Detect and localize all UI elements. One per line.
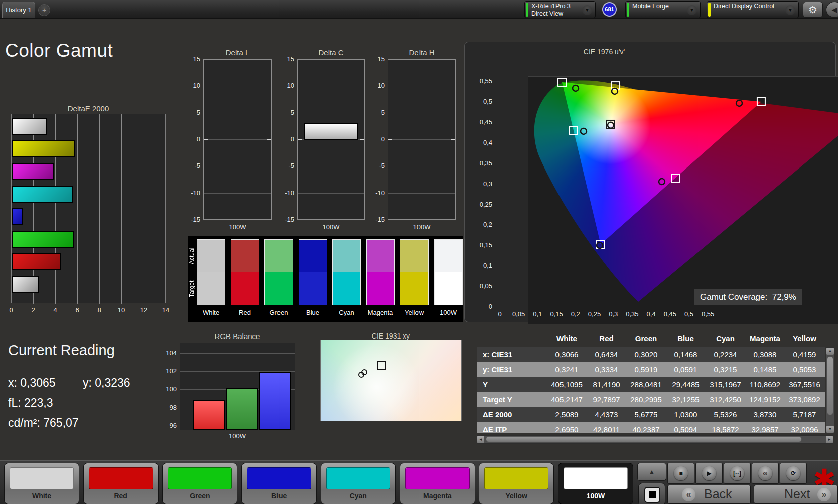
window-pattern-icon bbox=[644, 487, 660, 503]
pattern-window-button[interactable] bbox=[638, 483, 665, 504]
pattern-chip bbox=[326, 467, 390, 489]
pattern-up-button[interactable]: ▲ bbox=[637, 463, 666, 481]
hscroll-thumb[interactable] bbox=[486, 436, 802, 442]
loop-button[interactable]: ∞ bbox=[752, 463, 779, 484]
table-cell: 0,3020 bbox=[626, 347, 666, 362]
pattern-button-magenta[interactable]: Magenta bbox=[400, 463, 475, 504]
swatch-label: White bbox=[194, 309, 228, 316]
target-marker-white bbox=[377, 361, 386, 370]
vscroll-thumb[interactable] bbox=[827, 356, 833, 415]
table-cell: 1,0300 bbox=[666, 407, 706, 422]
gridline bbox=[99, 114, 100, 304]
chevron-down-icon: ▼ bbox=[785, 5, 795, 15]
add-tab-button[interactable]: + bbox=[38, 4, 50, 16]
pattern-button-100w[interactable]: 100W bbox=[558, 463, 633, 504]
cie1931-diagram bbox=[320, 340, 462, 421]
pattern-size-button[interactable]: [··] bbox=[724, 463, 751, 484]
meter-name: X-Rite i1Pro 3 bbox=[531, 3, 571, 10]
current-reading-cdm2: cd/m²: 765,07 bbox=[8, 416, 79, 430]
collapse-panel-button[interactable]: ◀ bbox=[826, 2, 838, 18]
table-header-white: White bbox=[547, 330, 587, 345]
table-cell: 367,5516 bbox=[785, 377, 824, 392]
table-header-row: WhiteRedGreenBlueCyanMagentaYellow bbox=[477, 330, 825, 347]
meter-dropdown[interactable]: X-Rite i1Pro 3 Direct View ▼ bbox=[524, 1, 596, 18]
back-arrows-icon: « bbox=[682, 488, 695, 501]
table-cell: 2,6950 bbox=[547, 422, 587, 433]
table-cell: 3,8730 bbox=[745, 407, 785, 422]
next-button[interactable]: Next » bbox=[754, 485, 838, 504]
refresh-button[interactable]: ⟳ bbox=[780, 463, 807, 484]
measured-marker-magenta bbox=[659, 179, 665, 185]
gridline bbox=[144, 114, 144, 304]
cie1976-diagram: Gamut Coverage: 72,9% bbox=[528, 76, 838, 324]
table-horizontal-scrollbar[interactable]: ◄► bbox=[477, 435, 833, 444]
pattern-button-white[interactable]: White bbox=[4, 463, 79, 504]
target-marker-magenta bbox=[671, 174, 679, 182]
stop-button[interactable]: ■ bbox=[667, 463, 694, 484]
cie1976-ytick: 0,3 bbox=[470, 180, 492, 188]
settings-button[interactable]: ⚙ bbox=[803, 2, 823, 18]
table-header-red: Red bbox=[587, 330, 626, 345]
table-cell: 2,5089 bbox=[547, 407, 587, 422]
pattern-button-label: Green bbox=[163, 492, 237, 500]
zero-tick bbox=[360, 139, 364, 140]
zero-tick bbox=[204, 139, 208, 140]
actual-swatch bbox=[333, 240, 360, 272]
deltae-xtick: 0 bbox=[4, 306, 18, 314]
current-reading-x: x: 0,3065 bbox=[8, 376, 56, 390]
table-vertical-scrollbar[interactable]: ▲▼ bbox=[826, 347, 834, 433]
delta-chart-title: Delta L bbox=[203, 48, 272, 57]
chevron-left-icon: ◀ bbox=[832, 6, 837, 14]
rgb-ytick: 100 bbox=[160, 385, 177, 393]
delta-ytick: 5 bbox=[370, 109, 385, 116]
pattern-button-blue[interactable]: Blue bbox=[241, 463, 317, 504]
table-cell: 312,4250 bbox=[706, 392, 745, 407]
scroll-up-arrow-icon[interactable]: ▲ bbox=[826, 348, 834, 355]
table-cell: 0,0591 bbox=[666, 362, 706, 377]
table-cell: 5,6775 bbox=[626, 407, 666, 422]
cie1976-ytick: 0,35 bbox=[470, 159, 492, 167]
play-button[interactable]: ▶ bbox=[695, 463, 723, 484]
gridline bbox=[298, 86, 364, 86]
table-cell: 32,1255 bbox=[666, 392, 706, 407]
deltae-xtick: 14 bbox=[159, 306, 173, 314]
delta-xlabel: 100W bbox=[297, 223, 365, 231]
deltae-bar-white bbox=[12, 276, 39, 293]
scroll-right-arrow-icon[interactable]: ► bbox=[826, 436, 833, 443]
pattern-chip bbox=[484, 467, 548, 489]
gridline bbox=[204, 139, 271, 140]
pattern-button-green[interactable]: Green bbox=[162, 463, 237, 504]
display-control-dropdown[interactable]: Direct Display Control ▼ bbox=[707, 1, 799, 18]
target-row-label: Target bbox=[188, 274, 196, 304]
rgb-ytick: 96 bbox=[160, 422, 177, 429]
deltae-xtick: 12 bbox=[136, 306, 151, 314]
table-row: ΔE 20002,50894,43735,67751,03005,53263,8… bbox=[477, 407, 825, 422]
table-cell: 0,5053 bbox=[785, 362, 824, 377]
scroll-down-arrow-icon[interactable]: ▼ bbox=[826, 426, 834, 433]
scroll-left-arrow-icon[interactable]: ◄ bbox=[477, 436, 484, 443]
table-cell: 124,9152 bbox=[745, 392, 785, 407]
rgb-ytick: 104 bbox=[160, 349, 177, 357]
table-cell: 0,5094 bbox=[666, 422, 706, 433]
rgb-balance-plot bbox=[180, 343, 295, 430]
pattern-button-cyan[interactable]: Cyan bbox=[321, 463, 396, 504]
table-cell: 42,8011 bbox=[587, 422, 626, 433]
actual-row-label: Actual bbox=[188, 241, 196, 271]
rgb-ytick: 98 bbox=[160, 404, 177, 411]
zero-tick bbox=[267, 139, 271, 140]
display-status-stripe bbox=[708, 3, 711, 17]
zero-tick bbox=[451, 139, 455, 140]
cie1976-ytick: 0,55 bbox=[470, 77, 492, 85]
cie1976-ytick: 0 bbox=[470, 303, 492, 310]
pattern-button-label: Red bbox=[84, 492, 158, 500]
cie1931-title: CIE 1931 xy bbox=[320, 332, 462, 340]
current-reading-title: Current Reading bbox=[8, 342, 115, 359]
pattern-button-yellow[interactable]: Yellow bbox=[479, 463, 554, 504]
back-button[interactable]: « Back bbox=[667, 485, 751, 504]
pattern-button-label: Blue bbox=[242, 492, 316, 500]
rgb-bar-red bbox=[193, 400, 225, 430]
pattern-source-dropdown[interactable]: Mobile Forge ▼ bbox=[625, 1, 701, 18]
pattern-button-red[interactable]: Red bbox=[83, 463, 159, 504]
actual-swatch bbox=[435, 240, 462, 272]
history-tab[interactable]: History 1 bbox=[2, 2, 35, 18]
